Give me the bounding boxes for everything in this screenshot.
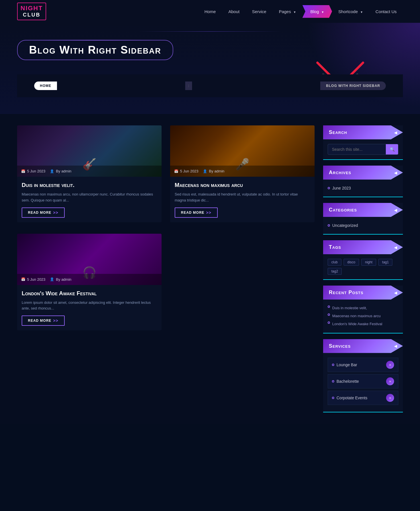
categories-widget-header: Categories ◀ [323, 203, 403, 217]
services-widget-title: Services [329, 343, 351, 349]
recent-posts-widget: Recent Posts ◀ Duis in molestie velit, M… [323, 286, 403, 333]
read-more-btn-3[interactable]: READ MORE >> [22, 315, 65, 326]
recent-post-1[interactable]: Duis in molestie velit, [328, 304, 398, 312]
search-widget-body: 🔍 [323, 139, 403, 160]
post-date-1: 📅 5 Jun 2023 [21, 169, 45, 173]
search-widget-arrow: ◀ [394, 130, 397, 135]
post-body-1: Duis in molestie velit. Maecenas non max… [17, 177, 162, 222]
recent-posts-widget-header: Recent Posts ◀ [323, 286, 403, 300]
service-arrow-btn-1[interactable]: » [386, 361, 394, 369]
post-card-3: 📅 5 Jun 2023 👤 By admin London's Wide Aw… [17, 234, 162, 331]
main-container: 📅 5 Jun 2023 👤 By admin Duis in molestie… [0, 114, 420, 424]
services-widget-header: Services ◀ [323, 339, 403, 353]
recent-posts-widget-arrow: ◀ [394, 290, 397, 295]
read-more-btn-2[interactable]: READ MORE >> [175, 207, 218, 218]
service-label-2: Bachelorette [337, 379, 359, 384]
user-icon-1: 👤 [50, 169, 54, 173]
archive-item-june2023[interactable]: June 2023 [328, 184, 398, 192]
nav-item-about[interactable]: About [222, 6, 246, 17]
nav-link-contact[interactable]: Contact Us [369, 6, 403, 17]
post-meta-3: 📅 5 Jun 2023 👤 By admin [17, 274, 162, 285]
archive-label: June 2023 [332, 186, 351, 190]
post-title-1: Duis in molestie velit. [22, 181, 157, 189]
user-icon-2: 👤 [203, 169, 207, 173]
archives-widget-arrow: ◀ [394, 170, 397, 175]
search-input[interactable] [328, 144, 386, 154]
glow-line-top [139, 31, 281, 32]
categories-widget: Categories ◀ Uncategorized [323, 203, 403, 235]
recent-post-2[interactable]: Maecenas non maximus arcu [328, 312, 398, 320]
post-meta-2: 📅 5 Jun 2023 👤 By admin [170, 166, 315, 177]
nav-link-about[interactable]: About [222, 6, 246, 17]
calendar-icon-3: 📅 [21, 277, 25, 281]
post-author-3: 👤 By admin [50, 277, 71, 282]
nav-link-home[interactable]: Home [198, 6, 222, 17]
post-card-2: 📅 5 Jun 2023 👤 By admin Maecenas non max… [170, 125, 315, 222]
nav-link-blog[interactable]: Blog ▼ [302, 5, 332, 18]
search-widget-title: Search [329, 129, 347, 135]
post-meta-1: 📅 5 Jun 2023 👤 By admin [17, 166, 162, 177]
post-excerpt-1: Maecenas non maximus arcu, non ullamcorp… [22, 192, 157, 203]
categories-widget-title: Categories [329, 207, 357, 213]
service-bachelorette[interactable]: Bachelorette » [328, 374, 398, 388]
tag-tag1[interactable]: tag1 [378, 259, 392, 266]
category-label: Uncategorized [332, 223, 358, 228]
services-widget: Services ◀ Lounge Bar » Bachelorette [323, 339, 403, 412]
archives-widget-body: June 2023 [323, 180, 403, 197]
archives-widget-title: Archives [329, 170, 351, 176]
nav-link-service[interactable]: Service [246, 6, 273, 17]
calendar-icon-1: 📅 [21, 169, 25, 173]
logo[interactable]: NIGHT CLUB [17, 3, 46, 20]
nav-item-blog[interactable]: Blog ▼ [302, 5, 332, 18]
post-title-2: Maecenas non maximus arcu [175, 181, 310, 189]
nav-item-home[interactable]: Home [198, 6, 222, 17]
nav-link-shortcode[interactable]: Shortcode ▼ [332, 6, 369, 17]
page-title-box: Blog With Right Sidebar [17, 40, 173, 60]
search-button[interactable]: 🔍 [386, 144, 398, 154]
tag-night[interactable]: night [361, 259, 376, 266]
post-image-2: 📅 5 Jun 2023 👤 By admin [170, 125, 315, 177]
archives-widget: Archives ◀ June 2023 [323, 166, 403, 197]
nav-item-service[interactable]: Service [246, 6, 273, 17]
service-label-3: Corpotate Events [337, 396, 367, 400]
calendar-icon-2: 📅 [174, 169, 178, 173]
tags-widget-body: club disco night tag1 tag2 [323, 254, 403, 280]
service-dot-3 [332, 397, 334, 399]
search-form: 🔍 [328, 144, 398, 155]
tag-club[interactable]: club [328, 259, 341, 266]
nav-item-pages[interactable]: Pages ▼ [273, 6, 303, 17]
post-date-2: 📅 5 Jun 2023 [174, 169, 198, 173]
nav-link-pages[interactable]: Pages ▼ [273, 6, 303, 17]
post-date-3: 📅 5 Jun 2023 [21, 277, 45, 282]
category-item-uncategorized[interactable]: Uncategorized [328, 221, 398, 229]
service-lounge-bar[interactable]: Lounge Bar » [328, 358, 398, 372]
post-body-2: Maecenas non maximus arcu Sed risus est,… [170, 177, 315, 222]
service-arrow-btn-3[interactable]: » [386, 394, 394, 402]
recent-post-dot-2 [328, 313, 330, 316]
tag-tag2[interactable]: tag2 [328, 268, 342, 275]
nav-item-shortcode[interactable]: Shortcode ▼ [332, 6, 369, 17]
post-image-3: 📅 5 Jun 2023 👤 By admin [17, 234, 162, 285]
nav-item-contact[interactable]: Contact Us [369, 6, 403, 17]
logo-top: NIGHT [21, 5, 43, 12]
service-arrow-btn-2[interactable]: » [386, 377, 394, 385]
search-widget: Search ◀ 🔍 [323, 125, 403, 160]
recent-posts-widget-title: Recent Posts [329, 290, 363, 296]
breadcrumb-home[interactable]: HOME [34, 82, 57, 90]
empty-grid-cell [170, 234, 315, 331]
category-dot [328, 224, 330, 227]
logo-bottom: CLUB [23, 12, 40, 18]
post-excerpt-2: Sed risus est, malesuada id hendrerit ut… [175, 192, 310, 203]
nav-links: Home About Service Pages ▼ Blog ▼ Shortc… [198, 5, 403, 18]
service-dot-1 [332, 364, 334, 366]
tags-widget: Tags ◀ club disco night tag1 tag2 [323, 240, 403, 280]
recent-post-3[interactable]: London's Wide Awake Festival [328, 320, 398, 328]
navbar: NIGHT CLUB Home About Service Pages ▼ Bl… [0, 0, 420, 23]
breadcrumb: HOME : BLOG WITH RIGHT SIDEBAR [17, 74, 403, 97]
search-widget-header: Search ◀ [323, 125, 403, 139]
tags-widget-header: Tags ◀ [323, 240, 403, 254]
services-widget-body: Lounge Bar » Bachelorette » Corpotate Ev… [323, 353, 403, 412]
read-more-btn-1[interactable]: READ MORE >> [22, 207, 65, 218]
tag-disco[interactable]: disco [344, 259, 359, 266]
service-corporate-events[interactable]: Corpotate Events » [328, 391, 398, 405]
